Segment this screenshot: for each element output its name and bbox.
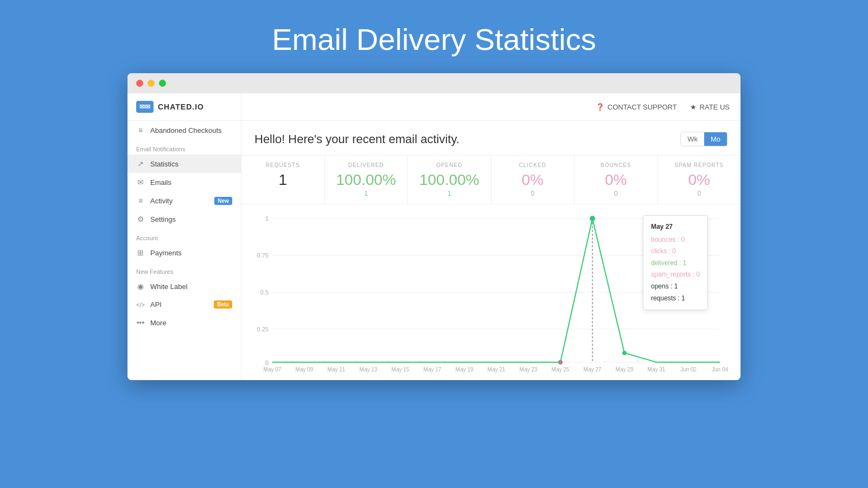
star-icon: ★ — [690, 103, 697, 111]
tooltip-opens: opens : 1 — [651, 281, 700, 293]
sidebar-section-email-notifications: Email Notifications — [127, 139, 241, 155]
stat-card-opened: OPENED 100.00% 1 — [408, 156, 492, 204]
svg-text:May 09: May 09 — [296, 367, 314, 373]
more-icon: ••• — [136, 318, 145, 327]
stat-label: DELIVERED — [334, 162, 399, 168]
stat-card-spam-reports: SPAM REPORTS 0% 0 — [658, 156, 741, 204]
new-badge: New — [214, 197, 232, 205]
svg-text:May 13: May 13 — [360, 367, 378, 373]
help-icon: ❓ — [596, 103, 604, 111]
brand-icon: ✉✉ — [136, 101, 154, 113]
svg-text:0: 0 — [265, 359, 269, 366]
stat-sub: 1 — [334, 190, 399, 197]
sidebar-item-label: Activity — [150, 197, 173, 205]
svg-text:May 25: May 25 — [552, 367, 570, 373]
tooltip-delivered: delivered : 1 — [651, 258, 700, 269]
stat-sub: 0 — [500, 190, 566, 197]
stat-sub: 1 — [417, 190, 482, 197]
browser-chrome — [127, 73, 741, 93]
sidebar-item-label: Emails — [150, 178, 171, 187]
header-nav: ❓ CONTACT SUPPORT ★ RATE US — [241, 98, 741, 117]
sidebar-item-emails[interactable]: ✉ Emails — [127, 173, 241, 191]
stat-card-requests: REQUESTS 1 — [241, 156, 325, 204]
svg-text:Jun 02: Jun 02 — [680, 367, 697, 373]
tooltip-clicks: clicks : 0 — [651, 246, 700, 258]
traffic-light-yellow[interactable] — [148, 80, 155, 87]
sidebar-item-label: API — [150, 300, 162, 309]
svg-text:May 29: May 29 — [616, 367, 634, 373]
sidebar-item-statistics[interactable]: ↗ Statistics — [127, 155, 241, 173]
stat-card-delivered: DELIVERED 100.00% 1 — [325, 156, 409, 204]
settings-icon: ⚙ — [136, 215, 145, 223]
toggle-month-button[interactable]: Mo — [704, 132, 727, 146]
sidebar-item-label: Settings — [150, 215, 176, 223]
svg-text:May 27: May 27 — [584, 367, 602, 373]
toggle-group: Wk Mo — [680, 132, 727, 146]
svg-text:May 19: May 19 — [456, 367, 474, 373]
stat-label: CLICKED — [500, 162, 566, 168]
tooltip-date: May 27 — [651, 221, 700, 233]
tooltip-spam-reports: spam_reports : 0 — [651, 269, 700, 281]
content-heading: Hello! Here's your recent email activity… — [254, 132, 459, 146]
stat-label: BOUNCES — [583, 162, 649, 168]
stat-value: 100.00% — [334, 171, 399, 189]
app-layout: ≡ Abandoned Checkouts Email Notification… — [127, 121, 741, 380]
svg-text:May 11: May 11 — [328, 367, 346, 373]
contact-support-label: CONTACT SUPPORT — [608, 103, 677, 111]
stat-value: 0% — [583, 171, 649, 189]
stat-sub: 0 — [583, 190, 649, 197]
activity-icon: ≡ — [136, 196, 145, 205]
sidebar-item-abandoned-checkouts[interactable]: ≡ Abandoned Checkouts — [127, 121, 241, 139]
browser-window: ✉✉ CHATED.IO ❓ CONTACT SUPPORT ★ RATE US… — [127, 73, 741, 380]
chart-icon: ↗ — [136, 159, 145, 168]
sidebar-item-white-label[interactable]: ◉ White Label — [127, 277, 241, 296]
stat-sub: 0 — [667, 190, 732, 197]
sidebar-item-label: Payments — [150, 249, 182, 257]
svg-text:0.5: 0.5 — [260, 289, 269, 296]
stat-value: 100.00% — [417, 171, 482, 189]
sidebar: ≡ Abandoned Checkouts Email Notification… — [127, 121, 241, 380]
api-icon: </> — [136, 301, 145, 308]
tooltip-requests: requests : 1 — [651, 293, 700, 305]
sidebar-item-payments[interactable]: ⊞ Payments — [127, 243, 241, 262]
stat-value: 1 — [250, 171, 316, 189]
email-icon: ✉ — [136, 178, 145, 187]
chart-area: 1 0.75 0.5 0.25 0 May 07 May 09 May 11 — [241, 204, 741, 380]
rate-us-button[interactable]: ★ RATE US — [690, 103, 730, 111]
stat-card-bounces: BOUNCES 0% 0 — [575, 156, 658, 204]
main-content: Hello! Here's your recent email activity… — [241, 121, 741, 380]
sidebar-item-settings[interactable]: ⚙ Settings — [127, 210, 241, 228]
list-icon: ≡ — [136, 126, 145, 134]
svg-text:May 07: May 07 — [264, 367, 282, 373]
sidebar-item-more[interactable]: ••• More — [127, 313, 241, 332]
payments-icon: ⊞ — [136, 248, 145, 257]
sidebar-section-account: Account — [127, 228, 241, 243]
page-title-heading: Email Delivery Statistics — [272, 0, 596, 73]
sidebar-item-label: Abandoned Checkouts — [150, 126, 222, 134]
white-label-icon: ◉ — [136, 282, 145, 291]
stat-value: 0% — [667, 171, 732, 189]
svg-text:May 31: May 31 — [648, 367, 666, 373]
svg-text:Jun 04: Jun 04 — [712, 367, 728, 373]
traffic-light-green[interactable] — [159, 80, 166, 87]
svg-text:May 17: May 17 — [424, 367, 442, 373]
traffic-light-red[interactable] — [136, 80, 143, 87]
contact-support-button[interactable]: ❓ CONTACT SUPPORT — [596, 103, 677, 111]
stat-label: SPAM REPORTS — [667, 162, 732, 168]
svg-text:May 15: May 15 — [392, 367, 410, 373]
chart-tooltip: May 27 bounces : 0 clicks : 0 delivered … — [643, 215, 708, 310]
tooltip-bounces: bounces : 0 — [651, 234, 700, 246]
stat-label: OPENED — [417, 162, 482, 168]
svg-text:May 21: May 21 — [488, 367, 506, 373]
toggle-week-button[interactable]: Wk — [681, 132, 704, 146]
stat-card-clicked: CLICKED 0% 0 — [492, 156, 575, 204]
app-header-row: ✉✉ CHATED.IO ❓ CONTACT SUPPORT ★ RATE US — [127, 93, 741, 121]
sidebar-item-activity[interactable]: ≡ Activity New — [127, 191, 241, 210]
stat-value: 0% — [500, 171, 566, 189]
stat-label: REQUESTS — [250, 162, 316, 168]
sidebar-item-api[interactable]: </> API Beta — [127, 296, 241, 313]
sidebar-item-label: Statistics — [150, 160, 178, 168]
beta-badge: Beta — [214, 300, 232, 309]
sidebar-item-label: More — [150, 319, 167, 327]
stats-row: REQUESTS 1 DELIVERED 100.00% 1 OPENED 10… — [241, 156, 741, 204]
